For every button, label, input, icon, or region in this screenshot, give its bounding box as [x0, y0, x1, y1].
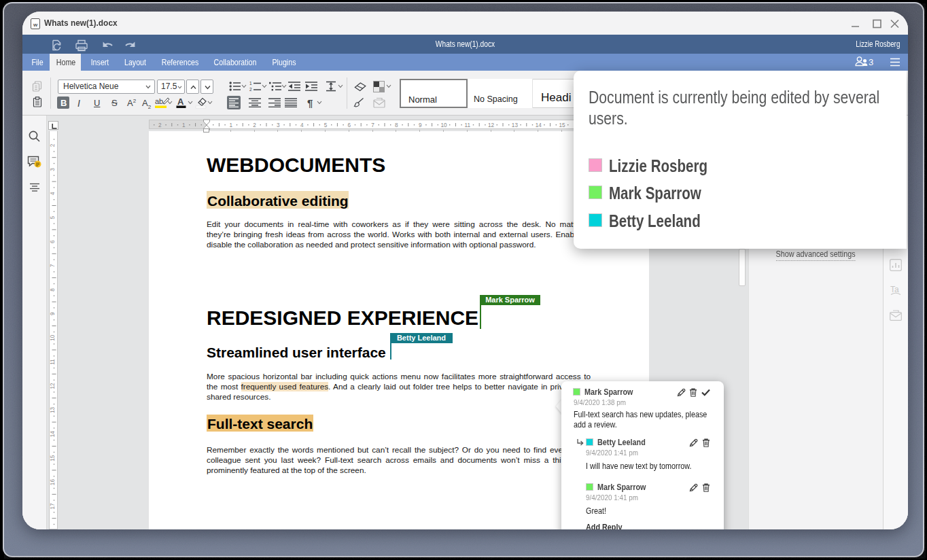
svg-text:12: 12: [488, 122, 495, 128]
svg-text:1: 1: [230, 122, 233, 128]
svg-text:12: 12: [50, 383, 56, 389]
svg-text:11: 11: [50, 359, 56, 365]
svg-text:6: 6: [348, 122, 351, 128]
svg-text:11: 11: [465, 122, 471, 128]
svg-text:7: 7: [50, 264, 56, 267]
svg-text:8: 8: [50, 288, 56, 292]
svg-text:10: 10: [440, 122, 447, 128]
svg-text:3: 3: [277, 122, 280, 128]
svg-text:4: 4: [300, 122, 304, 128]
svg-text:9: 9: [50, 312, 56, 315]
svg-text:13: 13: [50, 406, 56, 413]
svg-text:2: 2: [158, 122, 162, 128]
svg-text:13: 13: [512, 122, 519, 128]
svg-text:16: 16: [50, 479, 56, 486]
svg-text:1: 1: [249, 81, 252, 86]
svg-text:5: 5: [324, 122, 328, 128]
svg-text:10: 10: [50, 334, 56, 341]
svg-text:15: 15: [50, 455, 56, 461]
svg-text:15: 15: [559, 122, 565, 128]
svg-text:14: 14: [536, 122, 542, 128]
svg-text:9: 9: [419, 122, 422, 128]
svg-text:A: A: [177, 97, 184, 107]
svg-text:2: 2: [249, 87, 252, 92]
svg-text:14: 14: [50, 431, 56, 438]
svg-text:4: 4: [50, 192, 56, 195]
svg-text:5: 5: [50, 215, 56, 219]
svg-text:3: 3: [869, 57, 873, 67]
svg-text:17: 17: [50, 503, 56, 510]
svg-text:w: w: [33, 22, 38, 28]
svg-text:7: 7: [371, 122, 374, 128]
svg-text:1: 1: [182, 122, 186, 128]
svg-text:2: 2: [253, 122, 256, 128]
svg-text:6: 6: [50, 240, 56, 243]
svg-text:3: 3: [50, 168, 56, 171]
svg-text:8: 8: [395, 122, 398, 128]
svg-text:2: 2: [50, 143, 56, 147]
svg-text:ab: ab: [155, 97, 163, 105]
